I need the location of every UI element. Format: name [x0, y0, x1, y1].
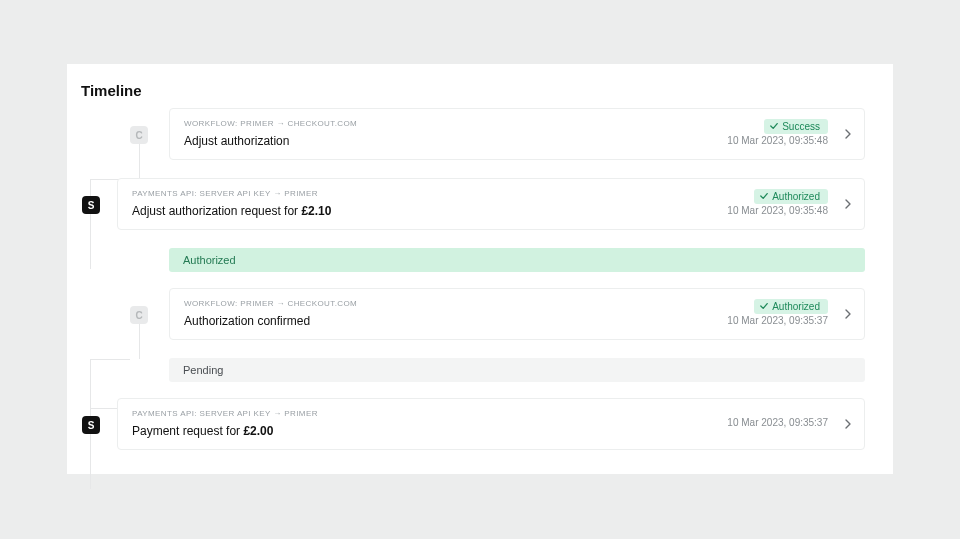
status-badge: Authorized: [754, 189, 828, 204]
api-badge-s: S: [82, 416, 100, 434]
card-timestamp: 10 Mar 2023, 09:35:48: [727, 135, 828, 146]
card-amount: £2.10: [301, 204, 331, 218]
timeline-card[interactable]: PAYMENTS API: SERVER API KEY → PRIMER Pa…: [117, 398, 865, 450]
status-bar-label: Pending: [183, 364, 223, 376]
workflow-badge-c: C: [130, 306, 148, 324]
status-bar-pending: Pending: [169, 358, 865, 382]
card-timestamp: 10 Mar 2023, 09:35:37: [727, 315, 828, 326]
card-timestamp: 10 Mar 2023, 09:35:48: [727, 205, 828, 216]
timeline-card[interactable]: PAYMENTS API: SERVER API KEY → PRIMER Ad…: [117, 178, 865, 230]
status-label: Authorized: [772, 301, 820, 312]
card-eyebrow: WORKFLOW: PRIMER → CHECKOUT.COM: [184, 299, 850, 308]
chevron-right-icon[interactable]: [845, 305, 852, 323]
card-title-prefix: Adjust authorization request for: [132, 204, 301, 218]
status-badge: Authorized: [754, 299, 828, 314]
badge-letter: S: [88, 200, 95, 211]
chevron-right-icon[interactable]: [845, 195, 852, 213]
chevron-right-icon[interactable]: [845, 125, 852, 143]
connector-line: [90, 179, 91, 269]
card-eyebrow: PAYMENTS API: SERVER API KEY → PRIMER: [132, 189, 850, 198]
badge-letter: C: [135, 310, 142, 321]
connector-line: [139, 322, 140, 359]
badge-letter: C: [135, 130, 142, 141]
timeline-card[interactable]: WORKFLOW: PRIMER → CHECKOUT.COM Adjust a…: [169, 108, 865, 160]
chevron-right-icon[interactable]: [845, 415, 852, 433]
status-label: Authorized: [772, 191, 820, 202]
card-amount: £2.00: [243, 424, 273, 438]
card-timestamp: 10 Mar 2023, 09:35:37: [727, 417, 828, 428]
workflow-badge-c: C: [130, 126, 148, 144]
status-bar-label: Authorized: [183, 254, 236, 266]
badge-letter: S: [88, 420, 95, 431]
status-bar-authorized: Authorized: [169, 248, 865, 272]
api-badge-s: S: [82, 196, 100, 214]
check-icon: [760, 191, 768, 202]
status-label: Success: [782, 121, 820, 132]
timeline-card[interactable]: WORKFLOW: PRIMER → CHECKOUT.COM Authoriz…: [169, 288, 865, 340]
card-eyebrow: WORKFLOW: PRIMER → CHECKOUT.COM: [184, 119, 850, 128]
timeline-panel: Timeline C WORKFLOW: PRIMER → CHECKOUT.C…: [67, 64, 893, 474]
status-badge: Success: [764, 119, 828, 134]
check-icon: [770, 121, 778, 132]
connector-line: [139, 142, 140, 179]
card-title-prefix: Payment request for: [132, 424, 243, 438]
check-icon: [760, 301, 768, 312]
panel-title: Timeline: [81, 82, 142, 99]
connector-line: [90, 359, 130, 360]
